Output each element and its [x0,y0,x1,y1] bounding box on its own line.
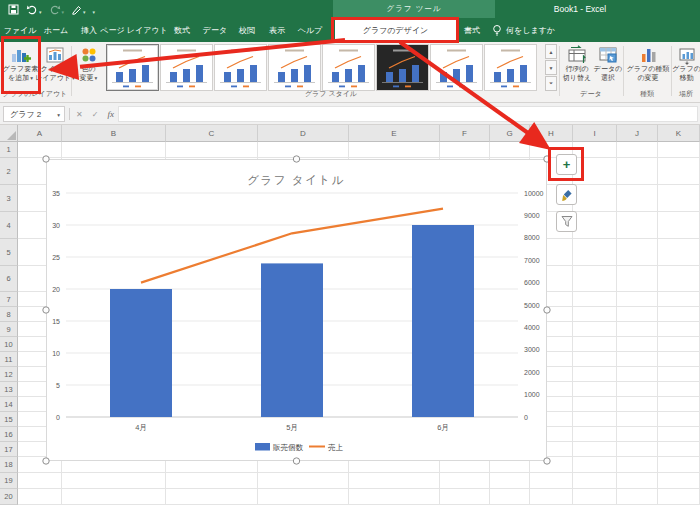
quick-layout-button[interactable]: クイック レイアウト [40,44,70,94]
tab-1[interactable]: ホーム [38,18,74,42]
cell[interactable] [658,307,700,322]
row-header-7[interactable]: 7 [0,292,18,307]
cell[interactable] [18,473,62,489]
cell[interactable] [617,489,658,505]
chart-style-tile-7[interactable] [430,44,483,91]
cell[interactable] [573,367,617,382]
cell[interactable] [258,142,349,158]
cell[interactable] [658,239,700,266]
cell[interactable] [658,427,700,442]
selection-handle[interactable] [544,458,550,464]
change-chart-type-button[interactable]: グラフの種類 の変更 [626,44,670,94]
cell[interactable] [617,352,658,367]
name-box-caret-icon[interactable] [56,110,60,119]
cell[interactable] [617,397,658,412]
column-header-J[interactable]: J [617,125,658,142]
cell[interactable] [658,352,700,367]
cell[interactable] [166,142,258,158]
selection-handle[interactable] [544,307,550,313]
column-header-K[interactable]: K [658,125,700,142]
cell[interactable] [658,397,700,412]
row-header-4[interactable]: 4 [0,212,18,239]
cell[interactable] [617,412,658,427]
row-header-5[interactable]: 5 [0,239,18,266]
insert-function-icon[interactable]: fx [107,109,114,119]
chart-style-tile-6[interactable] [376,44,429,91]
tab-0[interactable]: ファイル [2,18,38,42]
cell[interactable] [658,412,700,427]
cell[interactable] [573,412,617,427]
cell[interactable] [573,185,617,212]
embedded-chart[interactable]: 0510152025303501000200030004000500060007… [46,159,547,461]
row-header-11[interactable]: 11 [0,352,18,367]
cell[interactable] [258,489,349,505]
selection-handle[interactable] [43,156,49,162]
cell[interactable] [573,352,617,367]
cell[interactable] [658,337,700,352]
tab-6[interactable]: 校閲 [232,18,262,42]
select-data-button[interactable]: データの 選択 [593,44,623,94]
selection-handle[interactable] [293,458,299,464]
cell[interactable] [490,473,530,489]
cell[interactable] [573,489,617,505]
cell[interactable] [617,322,658,337]
cell[interactable] [617,158,658,185]
chart-elements-button[interactable]: + [556,154,577,175]
cell[interactable] [573,473,617,489]
cell[interactable] [617,239,658,266]
column-header-D[interactable]: D [258,125,349,142]
tab-chart-design[interactable]: グラフのデザイン [335,18,456,42]
cell[interactable] [658,266,700,292]
cell[interactable] [62,473,166,489]
cancel-formula-icon[interactable] [76,109,83,119]
switch-row-column-button[interactable]: 行/列の 切り替え [561,44,593,94]
selection-handle[interactable] [544,156,550,162]
tab-3[interactable]: ページ レイアウト [102,18,166,42]
cell[interactable] [349,473,440,489]
cell[interactable] [658,292,700,307]
cell[interactable] [617,185,658,212]
selection-handle[interactable] [43,458,49,464]
chart-style-tile-2[interactable] [160,44,213,91]
cell[interactable] [349,489,440,505]
cell[interactable] [617,266,658,292]
column-header-I[interactable]: I [573,125,617,142]
cell[interactable] [573,322,617,337]
chart-filters-button[interactable] [556,211,577,232]
row-header-18[interactable]: 18 [0,457,18,473]
column-header-E[interactable]: E [349,125,440,142]
selection-handle[interactable] [293,156,299,162]
tab-7[interactable]: 表示 [262,18,292,42]
row-header-9[interactable]: 9 [0,322,18,337]
chart-style-tile-5[interactable] [322,44,375,91]
cell[interactable] [18,142,62,158]
qat-customize-icon[interactable] [93,0,96,18]
row-header-2[interactable]: 2 [0,158,18,185]
cell[interactable] [258,473,349,489]
cell[interactable] [617,142,658,158]
tell-me-box[interactable]: 何をしますか [492,18,555,42]
cell[interactable] [658,158,700,185]
row-header-15[interactable]: 15 [0,412,18,427]
gallery-scroll-up-button[interactable]: ▲ [545,44,557,59]
change-colors-button[interactable]: 色の 変更 [73,44,104,94]
row-header-19[interactable]: 19 [0,473,18,489]
cell[interactable] [617,457,658,473]
tab-format[interactable]: 書式 [456,18,488,42]
cell[interactable] [166,489,258,505]
cell[interactable] [573,382,617,397]
row-header-6[interactable]: 6 [0,266,18,292]
cell[interactable] [658,367,700,382]
cell[interactable] [490,489,530,505]
cell[interactable] [573,397,617,412]
cell[interactable] [530,489,573,505]
add-chart-element-button[interactable]: グラフ要素 を追加 [1,44,40,94]
row-header-8[interactable]: 8 [0,307,18,322]
tab-5[interactable]: データ [198,18,232,42]
cell[interactable] [617,212,658,239]
gallery-scroll-down-button[interactable]: ▼ [545,60,557,75]
column-header-A[interactable]: A [18,125,62,142]
row-header-20[interactable]: 20 [0,489,18,505]
chart-style-tile-1[interactable] [106,44,159,91]
cell[interactable] [62,142,166,158]
